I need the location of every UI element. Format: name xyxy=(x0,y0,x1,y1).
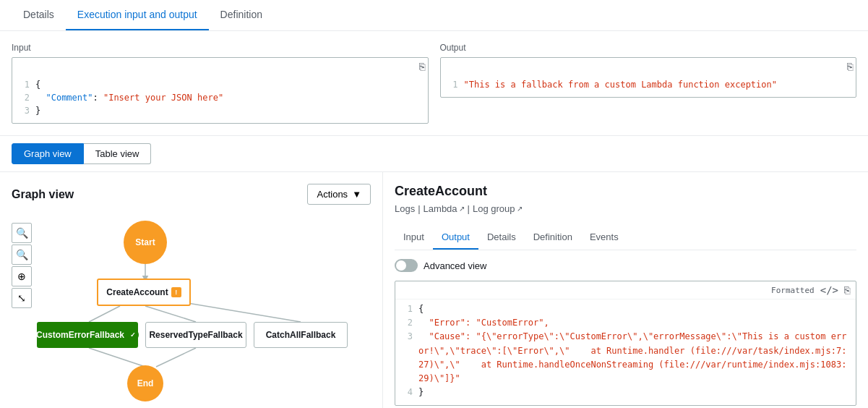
input-output-section: Input ⎘ 1 { 2 "Comment": "Insert your JS… xyxy=(0,31,868,136)
log-group-link[interactable]: Log group ↗ xyxy=(473,203,523,214)
lambda-label: Lambda xyxy=(424,203,457,214)
node-create-account[interactable]: CreateAccount ! xyxy=(97,279,191,306)
input-line-1: 1 { xyxy=(18,78,422,91)
toggle-knob xyxy=(396,260,406,271)
graph-canvas: Start CreateAccount ! CustomErrorFallbac… xyxy=(12,213,371,408)
tab-output[interactable]: Output xyxy=(433,226,478,250)
output-code-box: ⎘ 1 "This is a fallback from a custom La… xyxy=(440,57,857,98)
node-catchall-label: CatchAllFallback xyxy=(266,330,336,340)
output-code-header: Formatted </> ⎘ xyxy=(395,281,856,299)
check-icon: ✓ xyxy=(127,329,139,341)
input-copy-button[interactable]: ⎘ xyxy=(419,61,425,72)
input-line-2: 2 "Comment": "Insert your JSON here" xyxy=(18,91,422,104)
actions-chevron-icon: ▼ xyxy=(352,189,361,200)
output-panel: Output ⎘ 1 "This is a fallback from a cu… xyxy=(440,43,857,124)
detail-panel: CreateAccount Logs | Lambda ↗ | Log grou… xyxy=(383,172,868,408)
log-group-ext-icon: ↗ xyxy=(517,205,523,213)
advanced-view-row: Advanced view xyxy=(395,259,856,272)
node-custom-error-label: CustomErrorFallback xyxy=(36,330,124,340)
view-toggle-bar: Graph view Table view xyxy=(0,136,868,172)
main-content: Graph view Actions ▼ 🔍 🔍 ⊕ ⤡ xyxy=(0,172,868,408)
code-view-icon[interactable]: </> xyxy=(820,284,838,296)
detail-title: CreateAccount xyxy=(395,184,856,199)
output-detail-line-4: 4 } xyxy=(401,386,850,399)
actions-button[interactable]: Actions ▼ xyxy=(307,184,371,205)
output-detail-line-3: 3 "Cause": "{\"errorType\":\"CustomError… xyxy=(401,330,850,386)
graph-view-title: Graph view xyxy=(12,188,74,201)
formatted-label: Formatted xyxy=(771,286,815,295)
warning-icon: ! xyxy=(171,287,181,297)
input-code-box: ⎘ 1 { 2 "Comment": "Insert your JSON her… xyxy=(12,57,429,124)
svg-line-1 xyxy=(89,306,120,322)
graph-header: Graph view Actions ▼ xyxy=(12,184,371,205)
log-group-label: Log group xyxy=(473,203,515,214)
detail-links: Logs | Lambda ↗ | Log group ↗ xyxy=(395,203,856,214)
graph-arrows xyxy=(12,213,371,408)
logs-link[interactable]: Logs xyxy=(395,203,415,214)
node-catchall-fallback[interactable]: CatchAllFallback xyxy=(254,322,348,348)
graph-panel: Graph view Actions ▼ 🔍 🔍 ⊕ ⤡ xyxy=(0,172,383,408)
output-detail-line-1: 1 { xyxy=(401,302,850,316)
node-reserved-label: ReservedTypeFallback xyxy=(149,330,242,340)
lambda-ext-icon: ↗ xyxy=(459,205,465,213)
input-panel: Input ⎘ 1 { 2 "Comment": "Insert your JS… xyxy=(12,43,429,124)
tab-details[interactable]: Details xyxy=(478,226,525,250)
view-toggle-group: Graph view Table view xyxy=(12,143,856,164)
output-copy-button[interactable]: ⎘ xyxy=(847,61,853,72)
svg-line-5 xyxy=(156,348,196,367)
output-detail-copy-button[interactable]: ⎘ xyxy=(844,284,850,296)
tab-definition[interactable]: Definition xyxy=(209,0,274,30)
output-detail-line-2: 2 "Error": "CustomError", xyxy=(401,316,850,330)
node-create-account-label: CreateAccount xyxy=(106,287,168,297)
advanced-view-label: Advanced view xyxy=(424,260,486,271)
tab-input[interactable]: Input xyxy=(395,226,433,250)
input-label: Input xyxy=(12,43,429,53)
svg-line-2 xyxy=(145,306,196,322)
links-separator-1: | xyxy=(418,203,420,214)
detail-tabs: Input Output Details Definition Events xyxy=(395,226,856,250)
node-reserved-type-fallback[interactable]: ReservedTypeFallback xyxy=(145,322,246,348)
advanced-view-toggle[interactable] xyxy=(395,259,418,272)
svg-line-4 xyxy=(89,348,145,367)
graph-view-button[interactable]: Graph view xyxy=(12,143,84,164)
input-line-3: 3 } xyxy=(18,104,422,117)
tab-events[interactable]: Events xyxy=(581,226,627,250)
tab-definition[interactable]: Definition xyxy=(525,226,581,250)
table-view-button[interactable]: Table view xyxy=(84,143,152,164)
top-tabs-bar: Details Execution input and output Defin… xyxy=(0,0,868,31)
actions-label: Actions xyxy=(317,189,348,200)
node-start-label: Start xyxy=(135,237,155,247)
output-code-area: Formatted </> ⎘ 1 { 2 "Error": "CustomEr… xyxy=(395,281,856,406)
node-end-label: End xyxy=(137,378,154,388)
node-start[interactable]: Start xyxy=(124,221,167,264)
output-label: Output xyxy=(440,43,857,53)
links-separator-2: | xyxy=(468,203,470,214)
node-custom-error-fallback[interactable]: CustomErrorFallback ✓ xyxy=(37,322,138,348)
tab-execution[interactable]: Execution input and output xyxy=(66,0,209,30)
lambda-link[interactable]: Lambda ↗ xyxy=(424,203,465,214)
output-code-lines: 1 { 2 "Error": "CustomError", 3 "Cause":… xyxy=(395,299,856,405)
node-end[interactable]: End xyxy=(127,365,163,401)
tab-details[interactable]: Details xyxy=(12,0,66,30)
output-line-1: 1 "This is a fallback from a custom Lamb… xyxy=(447,78,851,91)
